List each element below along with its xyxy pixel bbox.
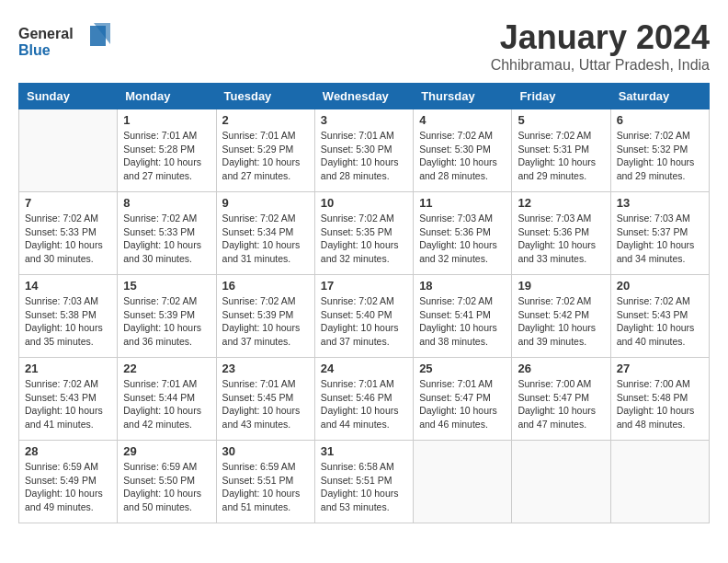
svg-text:Blue: Blue (18, 42, 51, 58)
weekday-header-thursday: Thursday (414, 84, 512, 109)
calendar-cell (512, 441, 610, 523)
week-row-1: 1Sunrise: 7:01 AMSunset: 5:28 PMDaylight… (19, 109, 710, 192)
day-number: 14 (25, 279, 111, 293)
calendar-cell: 27Sunrise: 7:00 AMSunset: 5:48 PMDayligh… (610, 358, 709, 441)
day-number: 21 (25, 362, 111, 375)
week-row-3: 14Sunrise: 7:03 AMSunset: 5:38 PMDayligh… (19, 275, 710, 358)
day-info: Sunrise: 6:59 AMSunset: 5:49 PMDaylight:… (25, 460, 111, 514)
day-info: Sunrise: 7:03 AMSunset: 5:36 PMDaylight:… (518, 212, 604, 266)
calendar-cell (414, 441, 512, 523)
day-number: 15 (123, 279, 210, 293)
day-number: 18 (419, 279, 506, 293)
calendar-table: SundayMondayTuesdayWednesdayThursdayFrid… (18, 83, 710, 523)
calendar-cell: 16Sunrise: 7:02 AMSunset: 5:39 PMDayligh… (216, 275, 314, 358)
day-info: Sunrise: 7:02 AMSunset: 5:41 PMDaylight:… (419, 294, 506, 349)
day-info: Sunrise: 7:00 AMSunset: 5:47 PMDaylight:… (518, 377, 604, 431)
weekday-header-friday: Friday (512, 84, 610, 109)
calendar-cell: 20Sunrise: 7:02 AMSunset: 5:43 PMDayligh… (610, 275, 709, 358)
logo: General Blue (18, 18, 119, 68)
day-info: Sunrise: 6:59 AMSunset: 5:51 PMDaylight:… (222, 460, 309, 514)
calendar-cell: 11Sunrise: 7:03 AMSunset: 5:36 PMDayligh… (414, 192, 512, 275)
calendar-cell: 26Sunrise: 7:00 AMSunset: 5:47 PMDayligh… (512, 358, 610, 441)
calendar-cell: 9Sunrise: 7:02 AMSunset: 5:34 PMDaylight… (216, 192, 314, 275)
day-info: Sunrise: 7:03 AMSunset: 5:37 PMDaylight:… (617, 212, 703, 266)
page-header: General Blue January 2024 Chhibramau, Ut… (18, 18, 710, 74)
day-info: Sunrise: 7:02 AMSunset: 5:35 PMDaylight:… (321, 212, 407, 266)
calendar-cell: 31Sunrise: 6:58 AMSunset: 5:51 PMDayligh… (314, 441, 413, 523)
day-info: Sunrise: 6:58 AMSunset: 5:51 PMDaylight:… (321, 460, 407, 514)
calendar-cell: 22Sunrise: 7:01 AMSunset: 5:44 PMDayligh… (118, 358, 216, 441)
day-info: Sunrise: 7:01 AMSunset: 5:46 PMDaylight:… (321, 377, 407, 431)
calendar-cell: 4Sunrise: 7:02 AMSunset: 5:30 PMDaylight… (414, 109, 512, 192)
day-number: 29 (123, 444, 210, 458)
weekday-header-monday: Monday (118, 84, 216, 109)
calendar-cell (19, 109, 118, 192)
day-number: 4 (419, 113, 506, 127)
day-info: Sunrise: 7:01 AMSunset: 5:45 PMDaylight:… (222, 377, 309, 431)
calendar-cell: 2Sunrise: 7:01 AMSunset: 5:29 PMDaylight… (216, 109, 314, 192)
day-info: Sunrise: 7:03 AMSunset: 5:36 PMDaylight:… (419, 212, 506, 266)
calendar-cell: 24Sunrise: 7:01 AMSunset: 5:46 PMDayligh… (314, 358, 413, 441)
calendar-cell: 21Sunrise: 7:02 AMSunset: 5:43 PMDayligh… (19, 358, 118, 441)
location: Chhibramau, Uttar Pradesh, India (491, 57, 710, 74)
month-title: January 2024 (491, 18, 710, 57)
day-number: 1 (123, 113, 210, 127)
day-number: 7 (25, 196, 111, 210)
day-number: 11 (419, 196, 506, 210)
day-number: 19 (518, 279, 604, 293)
calendar-cell: 29Sunrise: 6:59 AMSunset: 5:50 PMDayligh… (118, 441, 216, 523)
svg-text:General: General (18, 26, 74, 41)
calendar-cell: 13Sunrise: 7:03 AMSunset: 5:37 PMDayligh… (610, 192, 709, 275)
day-number: 26 (518, 362, 604, 375)
day-number: 10 (321, 196, 407, 210)
day-number: 13 (617, 196, 703, 210)
logo-text: General Blue (18, 18, 119, 68)
day-info: Sunrise: 7:02 AMSunset: 5:33 PMDaylight:… (123, 212, 210, 266)
calendar-cell: 3Sunrise: 7:01 AMSunset: 5:30 PMDaylight… (314, 109, 413, 192)
day-number: 31 (321, 444, 407, 458)
day-info: Sunrise: 7:02 AMSunset: 5:40 PMDaylight:… (321, 294, 407, 349)
day-info: Sunrise: 7:03 AMSunset: 5:38 PMDaylight:… (25, 294, 111, 349)
day-number: 3 (321, 113, 407, 127)
week-row-2: 7Sunrise: 7:02 AMSunset: 5:33 PMDaylight… (19, 192, 710, 275)
day-number: 6 (617, 113, 703, 127)
calendar-cell: 10Sunrise: 7:02 AMSunset: 5:35 PMDayligh… (314, 192, 413, 275)
calendar-cell: 23Sunrise: 7:01 AMSunset: 5:45 PMDayligh… (216, 358, 314, 441)
calendar-cell: 19Sunrise: 7:02 AMSunset: 5:42 PMDayligh… (512, 275, 610, 358)
day-info: Sunrise: 7:02 AMSunset: 5:43 PMDaylight:… (617, 294, 703, 349)
day-number: 30 (222, 444, 309, 458)
day-number: 9 (222, 196, 309, 210)
calendar-cell: 1Sunrise: 7:01 AMSunset: 5:28 PMDaylight… (118, 109, 216, 192)
day-number: 5 (518, 113, 604, 127)
calendar-cell: 28Sunrise: 6:59 AMSunset: 5:49 PMDayligh… (19, 441, 118, 523)
day-info: Sunrise: 7:01 AMSunset: 5:28 PMDaylight:… (123, 129, 210, 183)
day-info: Sunrise: 7:01 AMSunset: 5:30 PMDaylight:… (321, 129, 407, 183)
weekday-header-row: SundayMondayTuesdayWednesdayThursdayFrid… (19, 84, 710, 109)
calendar-cell: 5Sunrise: 7:02 AMSunset: 5:31 PMDaylight… (512, 109, 610, 192)
title-section: January 2024 Chhibramau, Uttar Pradesh, … (491, 18, 710, 74)
day-info: Sunrise: 6:59 AMSunset: 5:50 PMDaylight:… (123, 460, 210, 514)
day-number: 16 (222, 279, 309, 293)
day-number: 22 (123, 362, 210, 375)
day-number: 8 (123, 196, 210, 210)
day-info: Sunrise: 7:02 AMSunset: 5:34 PMDaylight:… (222, 212, 309, 266)
weekday-header-tuesday: Tuesday (216, 84, 314, 109)
day-number: 12 (518, 196, 604, 210)
day-info: Sunrise: 7:02 AMSunset: 5:43 PMDaylight:… (25, 377, 111, 431)
week-row-4: 21Sunrise: 7:02 AMSunset: 5:43 PMDayligh… (19, 358, 710, 441)
day-info: Sunrise: 7:02 AMSunset: 5:33 PMDaylight:… (25, 212, 111, 266)
day-info: Sunrise: 7:02 AMSunset: 5:39 PMDaylight:… (123, 294, 210, 349)
day-info: Sunrise: 7:01 AMSunset: 5:29 PMDaylight:… (222, 129, 309, 183)
day-number: 2 (222, 113, 309, 127)
calendar-cell: 7Sunrise: 7:02 AMSunset: 5:33 PMDaylight… (19, 192, 118, 275)
day-info: Sunrise: 7:02 AMSunset: 5:31 PMDaylight:… (518, 129, 604, 183)
day-number: 25 (419, 362, 506, 375)
day-number: 23 (222, 362, 309, 375)
day-info: Sunrise: 7:01 AMSunset: 5:44 PMDaylight:… (123, 377, 210, 431)
calendar-cell: 6Sunrise: 7:02 AMSunset: 5:32 PMDaylight… (610, 109, 709, 192)
calendar-cell (610, 441, 709, 523)
calendar-cell: 17Sunrise: 7:02 AMSunset: 5:40 PMDayligh… (314, 275, 413, 358)
day-info: Sunrise: 7:02 AMSunset: 5:42 PMDaylight:… (518, 294, 604, 349)
day-number: 17 (321, 279, 407, 293)
day-info: Sunrise: 7:02 AMSunset: 5:32 PMDaylight:… (617, 129, 703, 183)
